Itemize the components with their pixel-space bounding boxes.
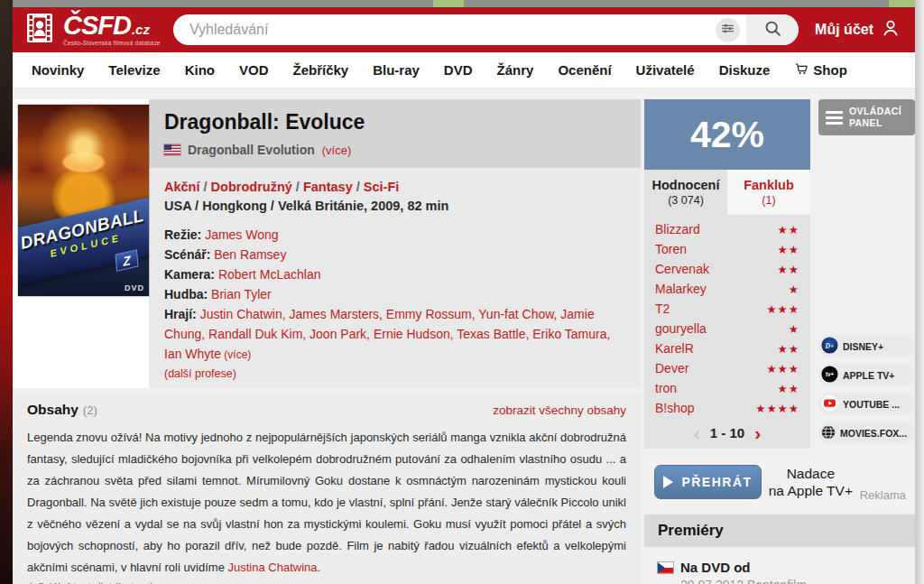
genre-link-fantasy[interactable]: Fantasy [303,180,353,194]
background-art-strip [0,0,13,584]
tab-fanklub[interactable]: Fanklub (1) [727,170,810,215]
ad-text[interactable]: Nadace na Apple TV+ [762,465,860,499]
streaming-pill-movies-fox[interactable]: MOVIES.FOX... [818,422,915,444]
rating-stars: ★ [789,322,799,336]
control-panel-button[interactable]: OVLÁDACÍ PANEL [818,99,915,135]
rating-user-link[interactable]: T2 [655,301,670,316]
play-icon [663,476,673,488]
czech-flag-icon [658,562,673,573]
more-titles-link[interactable]: (více) [322,144,352,157]
title-block: Dragonball: Evoluce [149,99,641,168]
cart-icon [794,61,808,79]
nav-item-novinky[interactable]: Novinky [32,62,84,78]
movie-poster[interactable]: DRAGONBALL EVOLUCE Z DVD [18,105,149,296]
nav-item-kino[interactable]: Kino [185,62,215,78]
movie-title: Dragonball: Evoluce [164,110,625,134]
actor-link[interactable]: Justina Chatwina [228,561,318,574]
pagination-range: 1 - 10 [710,425,744,440]
disney-plus-icon: D+ [821,337,838,356]
streaming-pill-youtube[interactable]: YOUTUBE ... [818,393,915,415]
genre-separator: / [353,180,364,194]
nav-item-oceneni[interactable]: Ocenění [558,62,611,78]
logo-text: ČSFD .cz Česko-Slovenská filmová databáz… [63,13,161,47]
rating-user-link[interactable]: Dever [655,361,688,375]
logo-brand: ČSFD [63,13,131,39]
premieres-title: Premiéry [644,514,915,547]
search-filter-button[interactable] [716,18,740,42]
nav-item-vod[interactable]: VOD [239,62,269,78]
rating-row: Malarkey★ [655,279,799,299]
us-flag-icon [164,144,180,155]
csfd-logo[interactable]: ČSFD .cz Česko-Slovenská filmová databáz… [23,12,161,48]
rating-user-link[interactable]: Cervenak [655,262,709,276]
nav-item-uzivatele[interactable]: Uživatelé [636,62,695,78]
account-link[interactable]: Můj účet [815,18,901,42]
credit-label: Scénář: [164,247,214,262]
rating-user-link[interactable]: tron [655,381,677,395]
nav-item-shop[interactable]: Shop [794,61,847,79]
youtube-icon [821,394,838,413]
right-rail: OVLÁDACÍ PANEL D+DISNEY+tv+APPLE TV+YOUT… [818,99,915,444]
genre-link-dobrodruzny[interactable]: Dobrodružný [211,180,292,194]
credit-value[interactable]: Ben Ramsey [214,247,286,262]
rating-user-link[interactable]: gouryella [655,321,707,336]
page-right-edge [915,0,924,584]
rating-stars: ★★ [778,243,799,256]
poster-title-banner: DRAGONBALL EVOLUCE [18,196,149,286]
filmstrip-person-icon [23,12,56,48]
pagination-prev[interactable]: ‹ [694,427,700,440]
premiere-item-top: Na DVD od [658,560,901,575]
rating-user-link[interactable]: Toren [655,242,687,256]
credit-value[interactable]: James Wong [205,227,278,242]
top-strip-segment [889,0,915,7]
rating-user-link[interactable]: B!shop [655,401,695,415]
poster-z-badge: Z [115,249,138,272]
play-button[interactable]: PŘEHRÁT [654,465,762,499]
other-professions-link[interactable]: (další profese) [164,367,236,380]
rating-row: Toren★★ [655,239,799,259]
streaming-label: MOVIES.FOX... [840,428,907,439]
tab-hodnoceni[interactable]: Hodnocení (3 074) [644,170,727,215]
rating-panel: 42% Hodnocení (3 074) Fanklub (1) Blizza… [644,99,810,449]
credit-value[interactable]: Brian Tyler [211,287,272,301]
pagination-next[interactable]: › [754,427,761,440]
genre-link-sci-fi[interactable]: Sci-Fi [364,180,399,194]
genre-list: Akční / Dobrodružný / Fantasy / Sci-Fi [164,180,625,194]
genre-link-akcni[interactable]: Akční [164,180,200,194]
left-column: DRAGONBALL EVOLUCE Z DVD Dragonball: Evo… [13,99,641,584]
nav-item-zebricky[interactable]: Žebříčky [292,62,348,78]
rating-stars: ★★★ [766,302,799,316]
search-input[interactable] [173,22,716,38]
streaming-pill-apple-tv[interactable]: tv+APPLE TV+ [818,364,915,386]
premiere-detail: 29.07.2012 Bontonfilm [680,578,901,584]
rating-stars: ★★★ [766,362,799,375]
nav-item-dvd[interactable]: DVD [444,62,473,78]
credit-more-link[interactable]: (více) [221,348,251,361]
search-button[interactable] [746,14,799,45]
info-block: Akční / Dobrodružný / Fantasy / Sci-Fi U… [149,168,641,388]
streaming-pill-disney[interactable]: D+DISNEY+ [818,335,915,357]
nav-item-diskuze[interactable]: Diskuze [719,62,771,78]
ad-row: PŘEHRÁT Nadace na Apple TV+ Reklama [644,456,915,508]
credits-list: Režie: James WongScénář: Ben RamseyKamer… [164,225,625,365]
nav-item-zanry[interactable]: Žánry [497,62,534,78]
rating-stars: ★★ [778,223,799,236]
rating-user-link[interactable]: KarelR [655,341,694,356]
rating-user-link[interactable]: Blizzard [655,222,700,236]
nav-item-blu-ray[interactable]: Blu-ray [373,62,420,78]
premiere-label: Na DVD od [680,560,751,575]
nav-item-televize[interactable]: Televize [108,62,160,78]
streaming-label: APPLE TV+ [843,370,894,381]
rating-row: Blizzard★★ [655,219,799,239]
credit-label: Režie: [164,227,205,242]
plot-text-end: . [318,561,321,574]
rating-user-link[interactable]: Malarkey [655,282,707,296]
site-header: ČSFD .cz Česko-Slovenská filmová databáz… [13,7,915,52]
credit-value[interactable]: Robert McLachlan [218,267,321,282]
page: ČSFD .cz Česko-Slovenská filmová databáz… [13,7,915,584]
show-all-plots-link[interactable]: zobrazit všechny obsahy [493,403,626,419]
tab-count: (1) [762,194,775,207]
rating-row: B!shop★★★★ [655,398,799,418]
credit-label: Kamera: [164,267,218,282]
credit-label: Hrají: [164,307,200,321]
